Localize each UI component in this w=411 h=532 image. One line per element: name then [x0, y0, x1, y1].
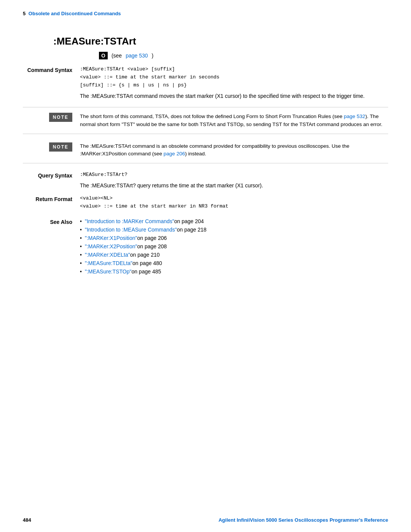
see-also-suffix-5: on page 210 — [130, 252, 160, 258]
badge-row: O (see page 530 ) — [99, 52, 388, 59]
footer-page-number: 484 — [23, 517, 31, 523]
note2-link[interactable]: page 206 — [164, 151, 185, 157]
list-item: ":MARKer:X2Position" on page 208 — [80, 243, 388, 249]
list-item: ":MEASure:TDELta" on page 480 — [80, 260, 388, 266]
return-format-label: Return Format — [23, 195, 80, 202]
badge-close-paren: ) — [152, 53, 154, 59]
return-format-section: Return Format <value><NL> <value> ::= ti… — [23, 195, 388, 211]
see-also-suffix-4: on page 208 — [137, 243, 167, 249]
note2-row: NOTE The :MEASure:TSTArt command is an o… — [23, 137, 388, 164]
note2-badge-container: NOTE — [23, 142, 80, 152]
note2-content: The :MEASure:TSTArt command is an obsole… — [80, 142, 388, 158]
see-also-list: "Introduction to :MARKer Commands" on pa… — [80, 218, 388, 275]
see-also-content: "Introduction to :MARKer Commands" on pa… — [80, 218, 388, 277]
obsolete-badge: O — [99, 52, 108, 59]
see-also-label: See Also — [23, 218, 80, 225]
see-also-suffix-2: on page 218 — [177, 227, 207, 233]
see-also-suffix-7: on page 485 — [131, 268, 161, 275]
query-description: The :MEASure:TSTArt? query returns the t… — [80, 181, 388, 190]
return-format-line2: <value> ::= time at the start marker in … — [80, 203, 388, 209]
see-also-link-2[interactable]: "Introduction to :MEASure Commands" — [85, 227, 177, 233]
page-container: 5 Obsolete and Discontinued Commands :ME… — [0, 0, 411, 532]
note2-badge: NOTE — [49, 142, 72, 152]
see-also-section: See Also "Introduction to :MARKer Comman… — [23, 218, 388, 277]
see-also-suffix-1: on page 204 — [174, 218, 204, 224]
list-item: "Introduction to :MEASure Commands" on p… — [80, 227, 388, 233]
badge-see-text: (see — [112, 53, 122, 59]
chapter-number: 5 — [23, 11, 25, 16]
syntax-line3: [suffix] ::= {s | ms | us | ns | ps} — [80, 82, 388, 88]
see-also-link-3[interactable]: ":MARKer:X1Position" — [85, 235, 137, 241]
note1-link[interactable]: page 532 — [344, 113, 365, 119]
query-syntax-content: :MEASure:TSTArt? The :MEASure:TSTArt? qu… — [80, 172, 388, 190]
return-format-content: <value><NL> <value> ::= time at the star… — [80, 195, 388, 211]
query-syntax-value: :MEASure:TSTArt? — [80, 172, 388, 177]
note1-badge-container: NOTE — [23, 113, 80, 122]
list-item: ":MEASure:TSTOp" on page 485 — [80, 268, 388, 275]
see-also-link-5[interactable]: ":MARKer:XDELta" — [85, 252, 130, 258]
syntax-line1: :MEASure:TSTArt <value> [suffix] — [80, 66, 388, 72]
chapter-title: Obsolete and Discontinued Commands — [29, 11, 121, 16]
syntax-line2: <value> ::= time at the start marker in … — [80, 74, 388, 80]
command-syntax-section: Command Syntax :MEASure:TSTArt <value> [… — [23, 66, 388, 100]
list-item: ":MARKer:XDELta" on page 210 — [80, 252, 388, 258]
badge-page-link[interactable]: page 530 — [126, 53, 148, 59]
query-syntax-section: Query Syntax :MEASure:TSTArt? The :MEASu… — [23, 172, 388, 190]
command-syntax-content: :MEASure:TSTArt <value> [suffix] <value>… — [80, 66, 388, 100]
command-syntax-label: Command Syntax — [23, 66, 80, 73]
command-description: The :MEASure:TSTArt command moves the st… — [80, 92, 388, 100]
see-also-suffix-6: on page 480 — [132, 260, 162, 266]
page-header: 5 Obsolete and Discontinued Commands — [0, 0, 411, 20]
footer-title: Agilent InfiniiVision 5000 Series Oscill… — [218, 517, 388, 523]
list-item: "Introduction to :MARKer Commands" on pa… — [80, 218, 388, 224]
note1-content: The short form of this command, TSTA, do… — [80, 113, 388, 128]
page-footer: 484 Agilent InfiniiVision 5000 Series Os… — [0, 517, 411, 523]
note1-badge: NOTE — [49, 113, 72, 122]
query-syntax-label: Query Syntax — [23, 172, 80, 179]
command-title: :MEASure:TSTArt — [53, 35, 388, 47]
see-also-link-6[interactable]: ":MEASure:TDELta" — [85, 260, 132, 266]
return-format-line1: <value><NL> — [80, 195, 388, 201]
note1-row: NOTE The short form of this command, TST… — [23, 107, 388, 134]
see-also-suffix-3: on page 206 — [137, 235, 167, 241]
main-content: :MEASure:TSTArt O (see page 530 ) Comman… — [0, 20, 411, 305]
see-also-link-1[interactable]: "Introduction to :MARKer Commands" — [85, 218, 174, 224]
breadcrumb: 5 Obsolete and Discontinued Commands — [23, 11, 388, 16]
see-also-link-4[interactable]: ":MARKer:X2Position" — [85, 243, 137, 249]
see-also-link-7[interactable]: ":MEASure:TSTOp" — [85, 268, 132, 275]
list-item: ":MARKer:X1Position" on page 206 — [80, 235, 388, 241]
